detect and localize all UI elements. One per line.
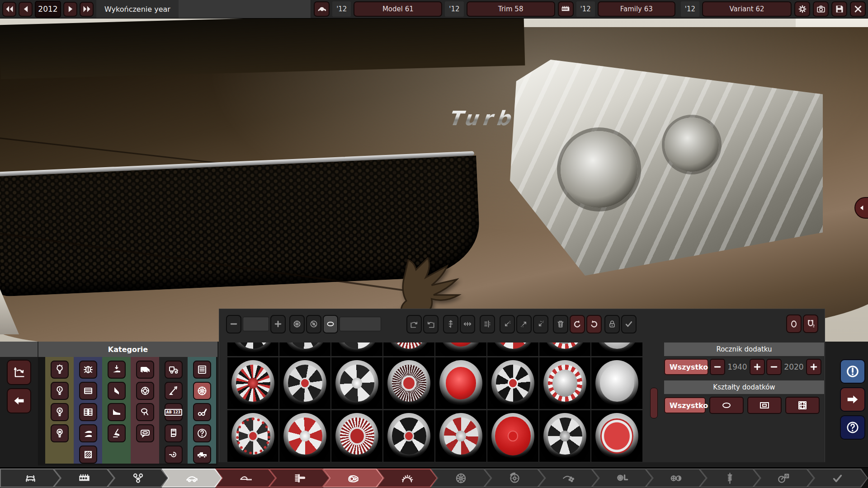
- hide-rims-button[interactable]: [306, 315, 321, 333]
- wheel-thumb[interactable]: [383, 343, 434, 356]
- wheel-thumb[interactable]: [487, 357, 538, 409]
- category-vent-button[interactable]: [79, 361, 97, 379]
- tab-car-model[interactable]: [0, 469, 61, 488]
- family-name-button[interactable]: Family 63: [598, 1, 675, 17]
- wheel-thumb[interactable]: [487, 343, 538, 356]
- show-rims-button[interactable]: [289, 315, 305, 333]
- wheel-thumb[interactable]: [227, 343, 278, 356]
- year-all-button[interactable]: Wszystko: [664, 359, 708, 375]
- stencil-oval-button[interactable]: [786, 314, 802, 333]
- tab-testing[interactable]: [754, 469, 814, 488]
- magnet-snap-button[interactable]: [803, 314, 818, 333]
- category-trailer-button[interactable]: [165, 361, 183, 379]
- wheel-thumb[interactable]: [435, 410, 486, 462]
- shape-globe-button[interactable]: [785, 397, 820, 414]
- category-misc-unknown-button[interactable]: [193, 424, 211, 442]
- redo-button[interactable]: [586, 315, 602, 333]
- trim-name-button[interactable]: Trim 58: [467, 1, 555, 17]
- tab-paint[interactable]: [269, 469, 330, 488]
- min-year-plus-button[interactable]: [750, 359, 765, 375]
- tab-interior[interactable]: [592, 469, 653, 488]
- category-decal-bubble-button[interactable]: [136, 424, 154, 442]
- align-distribute-button[interactable]: [480, 315, 495, 333]
- category-louver-panel-button[interactable]: [193, 361, 211, 379]
- category-exhaust-button[interactable]: [193, 403, 211, 421]
- category-headlight-double-button[interactable]: [51, 403, 69, 421]
- wheel-thumb[interactable]: [227, 410, 278, 462]
- category-pickup-part-button[interactable]: [193, 446, 211, 464]
- variant-name-button[interactable]: Variant 62: [702, 1, 792, 17]
- tab-drivetrain[interactable]: [108, 469, 168, 488]
- wheel-thumb[interactable]: [435, 343, 486, 356]
- tab-suspension[interactable]: [700, 469, 760, 488]
- zoom-out-button[interactable]: [226, 315, 241, 333]
- tab-aero-cooling[interactable]: [538, 469, 599, 488]
- category-mudflap-button[interactable]: [165, 424, 183, 442]
- graph-view-button[interactable]: [7, 360, 31, 385]
- save-button[interactable]: [831, 1, 847, 17]
- model-icon-button[interactable]: [314, 1, 330, 17]
- shape-rect-button[interactable]: [747, 397, 782, 414]
- category-rim-hubcap-button[interactable]: [193, 382, 211, 400]
- wheel-thumb[interactable]: [591, 357, 642, 409]
- wheel-thumb[interactable]: [227, 357, 278, 409]
- category-headlight-plain-button[interactable]: [51, 361, 69, 379]
- category-mesh-button[interactable]: [79, 446, 97, 464]
- search-field[interactable]: [340, 317, 381, 331]
- wheel-thumb[interactable]: [331, 410, 382, 462]
- wheel-thumb[interactable]: [279, 357, 330, 409]
- category-license-plate-button[interactable]: AB 123: [165, 403, 183, 421]
- wheel-thumb[interactable]: [331, 343, 382, 356]
- category-spoiler-lip-button[interactable]: [108, 361, 126, 379]
- tab-finish[interactable]: [807, 469, 868, 488]
- category-wing-button[interactable]: [108, 403, 126, 421]
- wheel-thumb[interactable]: [591, 410, 642, 462]
- year-forward-button[interactable]: [63, 2, 77, 17]
- category-headlight-single-button[interactable]: [51, 382, 69, 400]
- rotate-ccw-button[interactable]: [406, 315, 422, 333]
- wheel-thumb[interactable]: [383, 357, 434, 409]
- shape-all-button[interactable]: Wszystko: [664, 397, 706, 413]
- mirror-horizontal-button[interactable]: [460, 315, 475, 333]
- tab-drivability[interactable]: [646, 469, 707, 488]
- mirror-vertical-button[interactable]: [443, 315, 458, 333]
- tab-brakes[interactable]: [485, 469, 545, 488]
- shape-ellipse-button[interactable]: [709, 397, 744, 414]
- category-grille-button[interactable]: [79, 382, 97, 400]
- wheel-thumb[interactable]: [539, 410, 590, 462]
- back-button[interactable]: [7, 388, 31, 413]
- year-back-button[interactable]: [19, 2, 33, 17]
- tab-body[interactable]: [161, 469, 222, 488]
- wheel-thumb[interactable]: [279, 343, 330, 356]
- year-fast-forward-button[interactable]: [80, 2, 94, 17]
- max-year-plus-button[interactable]: [806, 359, 821, 375]
- tab-engine[interactable]: [54, 469, 114, 488]
- category-antenna-button[interactable]: [165, 382, 183, 400]
- forward-button[interactable]: [840, 387, 865, 412]
- settings-button[interactable]: [794, 1, 810, 17]
- tab-fixtures[interactable]: [323, 469, 383, 488]
- category-turbo-button[interactable]: [165, 446, 183, 464]
- rotate-cw-button[interactable]: [423, 315, 439, 333]
- photo-mode-button[interactable]: [813, 1, 829, 17]
- confirm-button[interactable]: [621, 315, 637, 333]
- wheel-thumb[interactable]: [487, 410, 538, 462]
- category-spoiler-button[interactable]: [108, 382, 126, 400]
- tab-trim-seats[interactable]: [215, 469, 276, 488]
- category-headlight-triple-button[interactable]: [51, 424, 69, 442]
- wheel-thumb[interactable]: [539, 357, 590, 409]
- category-mirror-button[interactable]: [136, 403, 154, 421]
- zoom-in-button[interactable]: [270, 315, 286, 333]
- model-name-button[interactable]: Model 61: [354, 1, 442, 17]
- snap-scale-button[interactable]: [516, 315, 532, 333]
- stencil-ellipse-button[interactable]: [323, 315, 338, 333]
- category-grille-double-button[interactable]: [79, 403, 97, 421]
- category-splitter-button[interactable]: [108, 424, 126, 442]
- scrollbar-thumb[interactable]: [650, 388, 658, 418]
- snap-move-button[interactable]: [500, 315, 515, 333]
- delete-fixture-button[interactable]: [553, 315, 568, 333]
- engine-icon-button[interactable]: [558, 1, 574, 17]
- wheel-thumb[interactable]: [383, 410, 434, 462]
- min-year-minus-button[interactable]: [710, 359, 725, 375]
- size-field[interactable]: [243, 317, 269, 331]
